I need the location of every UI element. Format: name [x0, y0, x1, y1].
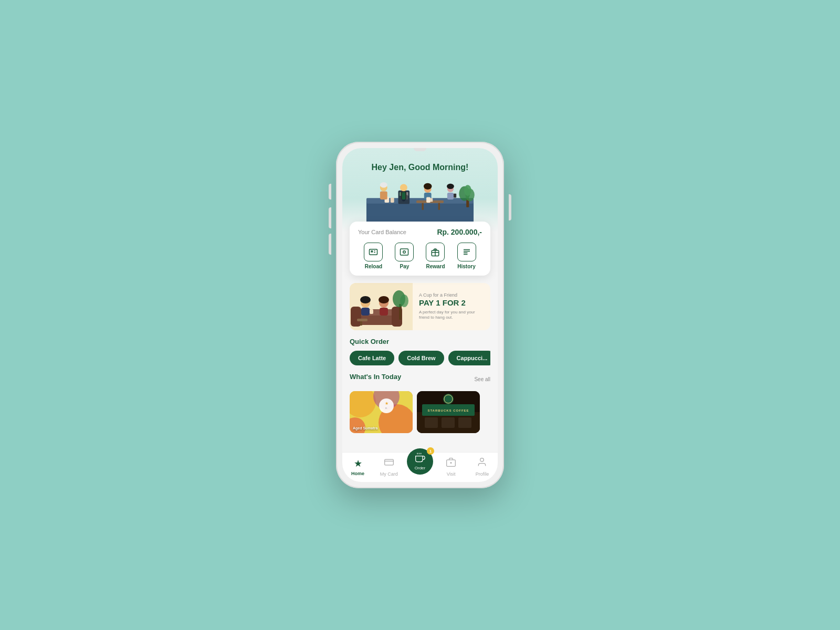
whats-in-section: What's In Today See all: [350, 373, 490, 433]
nav-visit[interactable]: Visit: [436, 457, 467, 477]
mute-button: [329, 184, 331, 200]
cafe-latte-button[interactable]: Cafe Latte: [350, 351, 394, 365]
home-icon: ★: [354, 458, 362, 469]
svg-rect-6: [406, 195, 408, 200]
history-label: History: [457, 264, 475, 269]
svg-text:R.: R.: [385, 407, 387, 410]
svg-point-9: [400, 184, 407, 192]
reward-action[interactable]: Reward: [426, 243, 445, 269]
svg-rect-68: [425, 417, 438, 428]
greeting-text: Hey Jen, Good Morning!: [353, 163, 487, 172]
screen-content: Hey Jen, Good Morning!: [342, 148, 498, 452]
card-balance-card: Your Card Balance Rp. 200.000,-: [350, 222, 490, 276]
product-card-starbucks[interactable]: STARBUCKS COFFEE: [417, 391, 480, 433]
volume-down-button: [329, 234, 331, 255]
visit-icon: [446, 457, 456, 470]
product-card-aged-sumatra[interactable]: ★ R. Aged Sumatra: [350, 391, 413, 433]
bottom-navigation: ★ Home My Card 1: [342, 452, 498, 482]
reload-action[interactable]: Reload: [364, 243, 383, 269]
reload-label: Reload: [365, 264, 382, 269]
svg-rect-50: [380, 308, 388, 316]
whats-in-header: What's In Today See all: [350, 373, 490, 386]
svg-point-20: [447, 184, 454, 189]
history-icon: [457, 243, 476, 261]
phone-notch: [414, 148, 426, 151]
svg-point-80: [480, 458, 484, 462]
illustration-svg: [353, 176, 487, 229]
order-icon: [415, 453, 425, 466]
svg-rect-27: [422, 203, 423, 210]
balance-row: Your Card Balance Rp. 200.000,-: [358, 228, 482, 236]
svg-point-45: [360, 296, 371, 303]
svg-point-49: [379, 296, 389, 303]
quick-order-buttons: Cafe Latte Cold Brew Cappucci...: [350, 351, 490, 365]
svg-point-53: [400, 295, 408, 307]
svg-rect-13: [380, 191, 387, 200]
cappuccino-button[interactable]: Cappucci...: [448, 351, 490, 365]
svg-rect-28: [438, 203, 440, 210]
phone-screen: Hey Jen, Good Morning!: [342, 148, 498, 482]
promo-illustration-svg: [350, 283, 413, 330]
svg-rect-54: [357, 319, 368, 321]
order-badge: 1: [427, 447, 434, 455]
see-all-link[interactable]: See all: [474, 376, 490, 382]
nav-visit-label: Visit: [447, 471, 456, 477]
profile-icon: [477, 457, 487, 470]
svg-rect-30: [430, 198, 433, 202]
nav-order[interactable]: 1 Order: [404, 459, 435, 475]
svg-text:★: ★: [385, 401, 388, 406]
nav-profile-label: Profile: [476, 471, 489, 477]
reload-icon: [364, 243, 383, 261]
nav-my-card-label: My Card: [380, 471, 398, 477]
balance-amount: Rp. 200.000,-: [437, 228, 482, 236]
svg-rect-42: [351, 307, 361, 327]
nav-profile[interactable]: Profile: [467, 457, 498, 477]
cold-brew-button[interactable]: Cold Brew: [398, 351, 444, 365]
balance-label: Your Card Balance: [358, 229, 406, 235]
svg-text:STARBUCKS COFFEE: STARBUCKS COFFEE: [427, 409, 469, 412]
svg-rect-55: [360, 321, 362, 326]
svg-rect-11: [402, 192, 405, 200]
volume-up-button: [329, 207, 331, 228]
svg-rect-8: [391, 197, 394, 203]
svg-rect-21: [454, 194, 456, 198]
pay-label: Pay: [400, 264, 410, 269]
history-action[interactable]: History: [457, 243, 476, 269]
quick-order-title: Quick Order: [350, 338, 490, 345]
promo-title: PAY 1 FOR 2: [419, 299, 484, 308]
svg-rect-70: [458, 417, 471, 428]
promo-subtitle: A Cup for a Friend: [419, 292, 484, 298]
reward-icon: [426, 243, 445, 261]
card2-svg: STARBUCKS COFFEE: [417, 391, 480, 433]
card1-text: Aged Sumatra: [353, 426, 410, 430]
svg-point-33: [403, 251, 406, 254]
svg-rect-19: [447, 193, 454, 200]
promo-description: A perfect day for you and your friend to…: [419, 310, 484, 321]
quick-actions-row: Reload Pay: [358, 243, 482, 269]
promo-image: [350, 283, 413, 330]
svg-rect-47: [370, 309, 373, 314]
pay-action[interactable]: Pay: [395, 243, 414, 269]
nav-home[interactable]: ★ Home: [342, 458, 373, 476]
phone-frame: Hey Jen, Good Morning!: [336, 142, 504, 488]
svg-point-25: [464, 185, 471, 196]
header-section: Hey Jen, Good Morning!: [342, 148, 498, 232]
nav-my-card[interactable]: My Card: [373, 457, 404, 477]
quick-order-section: Quick Order Cafe Latte Cold Brew Cappucc…: [350, 338, 490, 365]
power-button: [509, 194, 511, 220]
promo-content: A Cup for a Friend PAY 1 FOR 2 A perfect…: [413, 283, 490, 330]
svg-point-71: [443, 394, 454, 404]
order-button[interactable]: 1 Order: [407, 448, 433, 475]
svg-rect-31: [370, 249, 377, 255]
svg-rect-32: [401, 249, 408, 255]
svg-rect-46: [361, 308, 370, 316]
hero-illustration: [353, 176, 487, 229]
reward-label: Reward: [426, 264, 445, 269]
nav-home-label: Home: [351, 471, 364, 476]
svg-rect-29: [426, 197, 430, 203]
svg-point-17: [424, 183, 432, 190]
svg-rect-73: [384, 459, 393, 465]
pay-icon: [395, 243, 414, 261]
svg-rect-69: [442, 417, 455, 428]
promo-banner[interactable]: A Cup for a Friend PAY 1 FOR 2 A perfect…: [350, 283, 490, 330]
